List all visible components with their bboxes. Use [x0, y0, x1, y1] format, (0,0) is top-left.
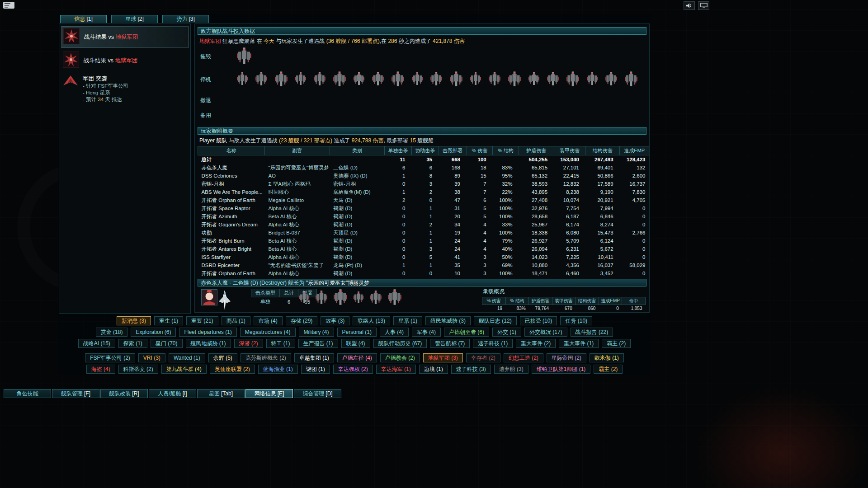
enemy-ship-icon[interactable]	[528, 72, 540, 87]
intel-filter-button[interactable]: VRI (3)	[138, 353, 165, 362]
intel-filter-button[interactable]: 重要 (21)	[186, 316, 218, 325]
tab-1[interactable]: 信息 [1]	[60, 15, 107, 23]
intel-filter-button[interactable]: 卢德左径 (4)	[337, 353, 377, 362]
enemy-ship-icon[interactable]	[566, 71, 580, 89]
intel-filter-button[interactable]: 克劳斯姆概念 (2)	[241, 353, 291, 362]
intel-filter-button[interactable]: 重大事件 (1)	[559, 339, 599, 348]
intel-filter-button[interactable]: 联盟 (4)	[341, 339, 370, 348]
intel-filter-button[interactable]: 已接受 (10)	[520, 316, 557, 325]
intel-filter-button[interactable]: 商品 (1)	[222, 316, 250, 325]
command-button[interactable]: 综合管理[D]	[294, 389, 341, 398]
intel-filter-button[interactable]: 卢德朝至者 (6)	[444, 328, 489, 337]
map-button[interactable]: 星图[Tab]	[197, 389, 245, 398]
intel-filter-button[interactable]: 联络人 (13)	[353, 316, 390, 325]
intel-filter-button[interactable]: 幸存者 (2)	[466, 353, 500, 362]
enemy-ship-icon[interactable]	[236, 47, 252, 66]
player-ship-row[interactable]: 密钥-月相Σ 型AI核心 西格玛密钥-月相0339732%38,59312,83…	[198, 180, 649, 188]
column-header[interactable]: 单独击杀	[385, 146, 412, 155]
player-ship-row[interactable]: 开拓者 Antares BrightBeta AI 核心褐潮 (D)032444…	[198, 245, 649, 253]
column-header[interactable]: 结构伤害	[585, 146, 620, 155]
intel-filter-button[interactable]: 幻想工造 (2)	[504, 353, 543, 362]
sidebar-item-raid[interactable]: 军团 突袭 - 针对 FSF军事公司 - Heng 星系 - 预计 34 天 抵…	[61, 73, 189, 104]
intel-filter-button[interactable]: 蓝海渔业 (1)	[258, 365, 298, 374]
intel-filter-button[interactable]: 重大事件 (2)	[516, 339, 556, 348]
intel-filter-button[interactable]: Exploration (6)	[131, 328, 176, 337]
intel-filter-button[interactable]: 探索 (1)	[118, 339, 147, 348]
column-header[interactable]: % 结构	[493, 146, 519, 155]
column-header[interactable]: % 伤害	[467, 146, 493, 155]
intel-filter-button[interactable]: 余辉 (5)	[208, 353, 237, 362]
intel-filter-button[interactable]: 地狱军团 (3)	[423, 353, 463, 362]
enemy-ship-icon[interactable]	[488, 71, 501, 88]
intel-filter-button[interactable]: 遗弃船 (3)	[494, 365, 528, 374]
intel-filter-button[interactable]: 第九战斗群 (4)	[161, 365, 207, 374]
intel-filter-button[interactable]: 特工 (1)	[266, 339, 295, 348]
column-header[interactable]: 击毁部署	[439, 146, 467, 155]
intel-filter-button[interactable]: Personal (1)	[337, 328, 377, 337]
intel-filter-button[interactable]: 霸主 (2)	[594, 365, 623, 374]
column-header[interactable]: 副官	[264, 146, 330, 155]
player-ship-row[interactable]: 开拓者 Gagarin's DreamAlpha AI 核心褐潮 (D)0234…	[198, 221, 649, 229]
intel-filter-button[interactable]: 星门 (70)	[151, 339, 183, 348]
intel-filter-button[interactable]: 外交概况 (17)	[524, 328, 567, 337]
player-ship-row[interactable]: 开拓者 Orphan of EarthMegale Callisto天马 (D)…	[198, 196, 649, 204]
intel-filter-button[interactable]: 赏金 (18)	[96, 328, 128, 337]
intel-filter-button[interactable]: 辛达强权 (2)	[333, 365, 373, 374]
enemy-ship-icon[interactable]	[586, 72, 598, 87]
intel-filter-button[interactable]: 科斯蒂文 (2)	[118, 365, 158, 374]
column-header[interactable]: 名称	[198, 146, 265, 155]
intel-filter-button[interactable]: Megastructures (4)	[240, 328, 296, 337]
intel-filter-button[interactable]: 深潜 (2)	[234, 339, 263, 348]
destroyed-ship-icon[interactable]	[387, 289, 402, 307]
intel-filter-button[interactable]: 维铂卫队第1师团 (1)	[532, 365, 591, 374]
player-ship-row[interactable]: ABS We Are The People...时间核心底栖魔鱼(M) (D)1…	[198, 188, 649, 196]
enemy-ship-icon[interactable]	[547, 71, 559, 88]
intel-filter-button[interactable]: 军事 (4)	[412, 328, 441, 337]
refit-button[interactable]: 舰队改装[R]	[100, 389, 148, 398]
enemy-ship-icon[interactable]	[624, 71, 638, 89]
intel-filter-button[interactable]: 卓越集团 (1)	[294, 353, 334, 362]
intel-filter-button[interactable]: 英仙座联盟 (2)	[210, 365, 255, 374]
fleet-button[interactable]: 舰队管理[F]	[52, 389, 99, 398]
enemy-ship-icon[interactable]	[333, 71, 346, 89]
intel-filter-button[interactable]: 战略AI (15)	[78, 339, 115, 348]
player-ship-row[interactable]: DSS CebrionesAO奥德赛 (IX) (D)18891595%65,1…	[198, 172, 649, 180]
intel-filter-button[interactable]: Fleet departures (1)	[179, 328, 236, 337]
enemy-ship-icon[interactable]	[255, 71, 268, 88]
player-ship-row[interactable]: ISS StarflyerAlpha AI 核心褐潮 (D)0541350%14…	[198, 253, 649, 261]
destroyed-ship-icon[interactable]	[299, 291, 310, 305]
intel-filter-button[interactable]: 新消息 (3)	[117, 316, 151, 325]
enemy-ship-icon[interactable]	[353, 72, 365, 87]
enemy-ship-icon[interactable]	[236, 72, 248, 87]
tab-3[interactable]: 势力 [3]	[162, 15, 209, 23]
intel-filter-button[interactable]: 卢德教会 (2)	[380, 353, 420, 362]
intel-filter-button[interactable]: 任务 (10)	[560, 316, 592, 325]
enemy-ship-icon[interactable]	[313, 71, 326, 88]
player-ship-row[interactable]: 开拓者 Bright BurnBeta AI 核心褐潮 (D)0124479%2…	[198, 237, 649, 245]
column-header[interactable]: 装甲伤害	[554, 146, 585, 155]
intel-filter-button[interactable]: 海盗 (4)	[86, 365, 115, 374]
intel-filter-button[interactable]: 速子科技 (3)	[451, 365, 491, 374]
intel-filter-button[interactable]: 战斗报告 (22)	[571, 328, 613, 337]
intel-filter-button[interactable]: 舰队日志 (12)	[474, 316, 517, 325]
enemy-ship-icon[interactable]	[295, 72, 307, 87]
destroyed-ship-icon[interactable]	[353, 291, 364, 305]
volume-icon[interactable]	[684, 1, 695, 10]
intel-filter-button[interactable]: 霸主 (2)	[602, 339, 631, 348]
display-icon[interactable]	[698, 1, 709, 10]
crew-button[interactable]: 人员/船舱[I]	[149, 389, 196, 398]
player-ship-row[interactable]: 开拓者 Space RaptorAlpha AI 核心褐潮 (D)0131510…	[198, 204, 649, 212]
intel-filter-button[interactable]: 舰队行动历史 (67)	[373, 339, 427, 348]
intel-filter-button[interactable]: 谜团 (1)	[301, 365, 330, 374]
intel-filter-button[interactable]: 殖民地威胁 (3)	[425, 316, 471, 325]
intel-filter-button[interactable]: 辛达海军 (1)	[376, 365, 416, 374]
intel-filter-button[interactable]: 星际帝国 (2)	[547, 353, 586, 362]
window-menu-icon[interactable]	[3, 1, 15, 9]
column-header[interactable]: 类别	[330, 146, 385, 155]
tab-2[interactable]: 星球 [2]	[111, 15, 158, 23]
player-ship-row[interactable]: DSRD Epicenter"无名的读书妖怪"朱鹭子龙鸟 (Pt) (D)113…	[198, 261, 649, 269]
destroyed-ship-icon[interactable]	[315, 290, 328, 306]
character-skills-button[interactable]: 角色技能	[4, 389, 51, 398]
intel-filter-button[interactable]: 外交 (1)	[492, 328, 521, 337]
intel-filter-button[interactable]: 星系 (1)	[393, 316, 422, 325]
